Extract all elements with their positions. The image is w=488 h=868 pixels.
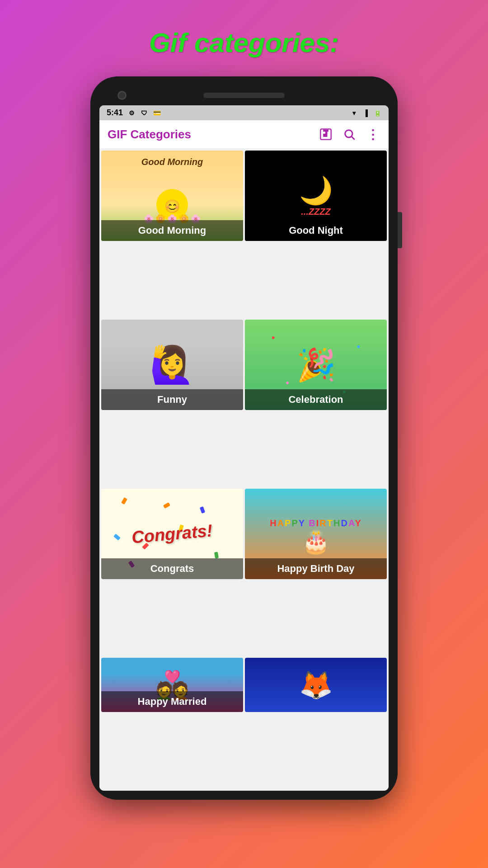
- category-good-night[interactable]: 🌙 ...ZZZZ Good Night: [245, 151, 387, 241]
- good-night-label: Good Night: [245, 220, 387, 241]
- status-right: ▾ ▐ 🔋: [350, 109, 381, 117]
- moon-graphic: 🌙: [299, 175, 333, 207]
- speaker: [203, 93, 285, 98]
- status-bar: 5:41 ⚙ 🛡 💳 ▾ ▐ 🔋: [99, 105, 389, 120]
- more-vert-button[interactable]: ⋮: [365, 127, 380, 142]
- category-funny[interactable]: 🙋‍♀️ Funny: [101, 320, 243, 410]
- volume-button: [398, 212, 402, 248]
- funny-label: Funny: [101, 389, 243, 410]
- misc-bg: 🦊: [245, 658, 387, 712]
- celebration-label: Celebration: [245, 389, 387, 410]
- search-button[interactable]: [342, 127, 357, 142]
- camera-dot: [117, 91, 127, 100]
- page-heading: Gif categories:: [0, 27, 488, 58]
- shield-icon: 🛡: [140, 109, 148, 117]
- wifi-icon: ▾: [350, 109, 358, 117]
- gm-script-title: Good Morning: [101, 157, 243, 167]
- sun-face: 😊: [164, 199, 180, 214]
- happy-birthday-label: Happy Birth Day: [245, 558, 387, 579]
- congrats-label: Congrats: [101, 558, 243, 579]
- gif-edit-button[interactable]: [318, 127, 333, 142]
- battery-icon: 🔋: [373, 109, 381, 117]
- status-left: 5:41 ⚙ 🛡 💳: [107, 108, 161, 118]
- app-bar: GIF Categories ⋮: [99, 120, 389, 149]
- category-congrats[interactable]: Congrats! Congrats: [101, 489, 243, 579]
- page-title-wrapper: Gif categories:: [0, 0, 488, 76]
- category-grid: Good Morning 😊 🌸 🌼 🌸 🌼 🌸 Good Mor: [99, 149, 389, 791]
- phone-frame: 5:41 ⚙ 🛡 💳 ▾ ▐ 🔋 GIF Categories: [90, 76, 398, 800]
- category-happy-birthday[interactable]: HAPPY BIRTHDAY 🎂 Happy Birth Day: [245, 489, 387, 579]
- svg-point-1: [345, 130, 352, 137]
- category-happy-married[interactable]: 💑 Happy Married: [101, 658, 243, 712]
- category-misc[interactable]: 🦊: [245, 658, 387, 712]
- good-morning-label: Good Morning: [101, 220, 243, 241]
- settings-icon: ⚙: [127, 109, 136, 117]
- misc-emoji: 🦊: [299, 669, 333, 701]
- phone-top-bar: [99, 85, 389, 105]
- category-good-morning[interactable]: Good Morning 😊 🌸 🌼 🌸 🌼 🌸 Good Mor: [101, 151, 243, 241]
- birthday-character: 🎂: [302, 528, 330, 555]
- funny-figure: 🙋‍♀️: [150, 344, 195, 386]
- svg-line-2: [352, 137, 354, 139]
- signal-icon: ▐: [361, 109, 370, 117]
- app-bar-actions: ⋮: [318, 127, 380, 142]
- happy-married-label: Happy Married: [101, 691, 243, 712]
- birthday-top-text: HAPPY BIRTHDAY: [265, 518, 366, 528]
- phone-screen: 5:41 ⚙ 🛡 💳 ▾ ▐ 🔋 GIF Categories: [99, 105, 389, 791]
- sim-icon: 💳: [153, 109, 161, 117]
- category-celebration[interactable]: 🎉 Celebration: [245, 320, 387, 410]
- status-time: 5:41: [107, 108, 123, 118]
- app-bar-title: GIF Categories: [108, 127, 318, 142]
- zzz-text: ...ZZZZ: [301, 207, 331, 217]
